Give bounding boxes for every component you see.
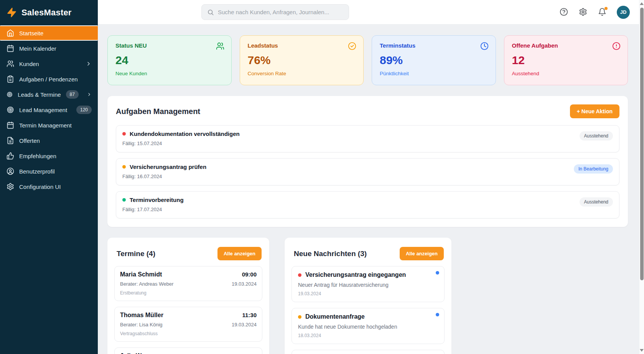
gear-icon <box>7 183 14 190</box>
message-title: Versicherungsantrag eingegangen <box>305 271 406 278</box>
priority-dot <box>122 198 126 202</box>
stat-card-p-nktlichkeit: Terminstatus 89% Pünktlichkeit <box>372 35 496 85</box>
main-content: Status NEU 24 Neue Kunden Leadstatus 76%… <box>98 25 639 354</box>
target-icon <box>7 91 13 98</box>
sidebar-item-empfehlungen[interactable]: Empfehlungen <box>0 148 98 164</box>
appointment-type: Vertragsabschluss <box>120 331 257 336</box>
appointment-advisor: Berater: Andreas Weber <box>120 281 173 287</box>
task-row-versicherungsantrag-pr-fen[interactable]: Versicherungsantrag prüfen Fällig: 16.07… <box>116 158 619 185</box>
user-circle-icon <box>7 167 14 175</box>
sidebar-item-mein-kalender[interactable]: Mein Kalender <box>0 41 98 56</box>
clipboard-icon <box>7 75 14 83</box>
sidebar-item-label: Startseite <box>19 30 43 36</box>
sidebar-item-lead-management[interactable]: Lead Management 120 <box>0 102 98 117</box>
sidebar-item-leads-termine[interactable]: Leads & Termine 87 <box>0 87 98 102</box>
target-icon <box>7 106 14 114</box>
clock-icon <box>480 42 489 50</box>
settings-button[interactable] <box>578 8 588 17</box>
sidebar-item-termin-management[interactable]: Termin Management <box>0 117 98 133</box>
task-row-terminvorbereitung[interactable]: Terminvorbereitung Fällig: 17.07.2024 Au… <box>116 191 619 218</box>
message-card-versicherungsantrag-eingegangen[interactable]: Versicherungsantrag eingegangen Neuer An… <box>292 266 445 302</box>
task-title: Kundendokumentation vervollständigen <box>130 131 240 137</box>
category-dot <box>298 273 301 277</box>
stat-card-conversion-rate: Leadstatus 76% Conversion Rate <box>240 35 364 85</box>
file-icon <box>7 137 14 144</box>
status-badge: Ausstehend <box>580 197 613 207</box>
task-due-date: Fällig: 17.07.2024 <box>122 207 184 212</box>
stat-value: 24 <box>115 54 224 67</box>
thumbs-up-icon <box>7 152 14 160</box>
scroll-down-arrow[interactable] <box>640 349 644 352</box>
search-icon <box>207 9 214 16</box>
sidebar-item-startseite[interactable]: Startseite <box>0 25 98 41</box>
stat-label: Neue Kunden <box>115 71 224 76</box>
users-icon <box>7 60 14 68</box>
stat-label: Ausstehend <box>512 71 620 76</box>
appointment-name: Maria Schmidt <box>120 271 162 278</box>
sidebar-item-label: Lead Management <box>19 107 67 113</box>
stat-value: 76% <box>248 54 356 67</box>
scrollbar-thumb[interactable] <box>640 8 644 280</box>
messages-list: Versicherungsantrag eingegangen Neuer An… <box>292 266 445 354</box>
sidebar-item-label: Termin Management <box>19 122 72 129</box>
home-icon <box>7 29 14 37</box>
stat-label: Pünktlichkeit <box>380 71 488 76</box>
sidebar-item-label: Leads & Termine <box>18 91 61 98</box>
message-description: Kunde hat neue Dokumente hochgeladen <box>298 324 438 330</box>
appointment-card-thomas-m-ller[interactable]: Thomas Müller 11:30 Berater: Lisa König … <box>114 307 262 342</box>
sidebar-item-aufgaben-pendenzen[interactable]: Aufgaben / Pendenzen <box>0 71 98 87</box>
scroll-up-arrow[interactable] <box>640 2 644 5</box>
stat-card-neue-kunden: Status NEU 24 Neue Kunden <box>107 35 232 85</box>
notification-dot <box>604 7 608 10</box>
sidebar-item-kunden[interactable]: Kunden <box>0 56 98 71</box>
messages-title: Neue Nachrichten (3) <box>294 250 367 258</box>
category-dot <box>298 315 301 319</box>
status-badge: In Bearbeitung <box>574 164 613 174</box>
tasks-section-title: Aufgaben Management <box>116 107 200 116</box>
notifications-button[interactable] <box>598 8 607 17</box>
unread-indicator <box>436 271 439 275</box>
message-card-terminerinnerung[interactable]: Terminerinnerung <box>292 350 445 354</box>
appointment-card-maria-schmidt[interactable]: Maria Schmidt 09:00 Berater: Andreas Web… <box>114 266 262 301</box>
sidebar-item-offerten[interactable]: Offerten <box>0 133 98 148</box>
task-row-kundendokumentation-vervollst-ndigen[interactable]: Kundendokumentation vervollständigen Fäl… <box>116 125 619 152</box>
priority-dot <box>122 165 126 169</box>
status-badge: Ausstehend <box>580 131 613 141</box>
search-box[interactable] <box>201 4 349 20</box>
topbar-icons: JD <box>559 6 639 19</box>
message-date: 18.03.2024 <box>298 333 438 338</box>
appointment-time: 14:00 <box>242 352 257 354</box>
message-date: 19.03.2024 <box>298 291 438 296</box>
top-bar: JD <box>98 0 639 25</box>
task-list: Kundendokumentation vervollständigen Fäl… <box>116 125 619 218</box>
sidebar-item-benutzerprofil[interactable]: Benutzerprofil <box>0 164 98 179</box>
sidebar-item-label: Mein Kalender <box>19 45 56 52</box>
appointment-name: Thomas Müller <box>120 312 163 319</box>
task-due-date: Fällig: 15.07.2024 <box>122 141 240 146</box>
new-action-button[interactable]: + Neue Aktion <box>570 104 619 118</box>
chevron-right-icon <box>86 61 92 67</box>
stat-label: Conversion Rate <box>248 71 356 76</box>
avatar[interactable]: JD <box>617 6 630 19</box>
appointments-show-all-button[interactable]: Alle anzeigen <box>217 247 262 260</box>
search-input[interactable] <box>218 9 343 15</box>
appointments-title: Termine (4) <box>117 250 155 258</box>
message-description: Neuer Antrag für Hausratversicherung <box>298 282 438 288</box>
appointment-card-julia-wagner[interactable]: Julia Wagner 14:00 Berater: Michael Berg… <box>114 347 262 354</box>
task-title: Versicherungsantrag prüfen <box>130 164 206 170</box>
sidebar-item-configuration-ui[interactable]: Configuration UI <box>0 179 98 194</box>
stat-title: Status NEU <box>115 42 224 49</box>
message-title: Dokumentenanfrage <box>305 313 365 320</box>
zap-icon <box>7 7 17 18</box>
count-badge: 120 <box>76 106 92 114</box>
scrollbar[interactable] <box>639 0 644 354</box>
alert-circle-icon <box>612 42 621 50</box>
appointments-section: Termine (4) Alle anzeigen Maria Schmidt … <box>107 238 269 354</box>
stats-row: Status NEU 24 Neue Kunden Leadstatus 76%… <box>107 35 628 85</box>
count-badge: 87 <box>66 90 79 99</box>
messages-show-all-button[interactable]: Alle anzeigen <box>400 247 444 260</box>
message-card-dokumentenanfrage[interactable]: Dokumentenanfrage Kunde hat neue Dokumen… <box>292 308 445 344</box>
priority-dot <box>122 132 126 136</box>
appointments-head: Termine (4) Alle anzeigen <box>114 245 262 260</box>
help-button[interactable] <box>559 8 568 17</box>
